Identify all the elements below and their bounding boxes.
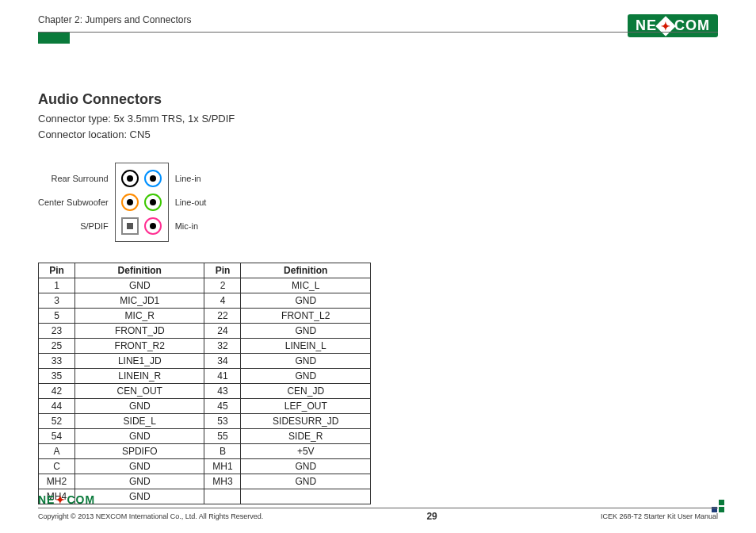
table-row: CGNDMH1GND bbox=[39, 459, 371, 474]
table-header-row: Pin Definition Pin Definition bbox=[39, 263, 371, 278]
definition-cell: +5V bbox=[241, 444, 371, 459]
copyright-text: Copyright © 2013 NEXCOM International Co… bbox=[38, 512, 263, 520]
jack-panel bbox=[115, 163, 169, 242]
pin-cell: B bbox=[204, 444, 241, 459]
header-green-tab bbox=[38, 33, 70, 44]
table-row: MH2GNDMH3GND bbox=[39, 474, 371, 489]
pin-cell: 3 bbox=[39, 293, 75, 309]
label-line-out: Line-out bbox=[175, 190, 207, 214]
definition-cell: GND bbox=[241, 293, 371, 309]
pin-cell: 4 bbox=[204, 293, 241, 309]
definition-cell: GND bbox=[241, 369, 371, 384]
definition-cell: LINEIN_R bbox=[74, 369, 204, 384]
definition-cell: GND bbox=[74, 278, 204, 293]
table-row: 33LINE1_JD34GND bbox=[39, 354, 371, 369]
pin-cell: 44 bbox=[39, 399, 75, 414]
definition-cell: MIC_JD1 bbox=[74, 293, 204, 309]
th-pin-2: Pin bbox=[204, 263, 241, 278]
footer-brand-logo: NE✦COM bbox=[38, 493, 95, 506]
definition-cell: LEF_OUT bbox=[241, 399, 371, 414]
connector-type: Connector type: 5x 3.5mm TRS, 1x S/PDIF bbox=[38, 111, 718, 127]
jack-center-sub-icon bbox=[121, 194, 139, 211]
page-footer: NE✦COM Copyright © 2013 NEXCOM Internati… bbox=[38, 493, 718, 522]
label-center-subwoofer: Center Subwoofer bbox=[38, 190, 109, 214]
pin-cell: 24 bbox=[204, 324, 241, 339]
pin-cell: 34 bbox=[204, 354, 241, 369]
definition-cell: LINEIN_L bbox=[241, 339, 371, 354]
pin-cell: 32 bbox=[204, 339, 241, 354]
pin-cell: 52 bbox=[39, 414, 75, 429]
jack-rear-surround-icon bbox=[121, 170, 139, 187]
definition-cell: GND bbox=[74, 459, 204, 474]
pin-cell: 23 bbox=[39, 324, 75, 339]
page-number: 29 bbox=[426, 511, 437, 522]
definition-cell: SIDE_L bbox=[74, 414, 204, 429]
definition-cell: SIDESURR_JD bbox=[241, 414, 371, 429]
pin-definition-table: Pin Definition Pin Definition 1GND2MIC_L… bbox=[38, 263, 371, 504]
table-row: 25FRONT_R232LINEIN_L bbox=[39, 339, 371, 354]
audio-jack-diagram: Rear Surround Center Subwoofer S/PDIF Li… bbox=[38, 163, 718, 242]
definition-cell: GND bbox=[241, 474, 371, 489]
definition-cell: CEN_OUT bbox=[74, 384, 204, 399]
jack-mic-in-icon bbox=[144, 217, 162, 235]
definition-cell: MIC_L bbox=[241, 278, 371, 293]
pin-cell: 43 bbox=[204, 384, 241, 399]
jack-spdif-icon bbox=[121, 217, 139, 235]
pin-cell: 45 bbox=[204, 399, 241, 414]
label-spdif: S/PDIF bbox=[80, 214, 108, 238]
footer-rule bbox=[38, 508, 718, 508]
pin-cell: MH2 bbox=[39, 474, 75, 489]
definition-cell: GND bbox=[241, 459, 371, 474]
pin-cell: 22 bbox=[204, 309, 241, 324]
definition-cell: LINE1_JD bbox=[74, 354, 204, 369]
table-row: 52SIDE_L53SIDESURR_JD bbox=[39, 414, 371, 429]
table-row: ASPDIFOB+5V bbox=[39, 444, 371, 459]
pin-cell: C bbox=[39, 459, 75, 474]
table-row: 5MIC_R22FRONT_L2 bbox=[39, 309, 371, 324]
pin-cell: 35 bbox=[39, 369, 75, 384]
definition-cell: GND bbox=[241, 324, 371, 339]
pin-cell: 54 bbox=[39, 429, 75, 444]
chapter-title: Chapter 2: Jumpers and Connectors bbox=[38, 14, 191, 29]
definition-cell: SIDE_R bbox=[241, 429, 371, 444]
pin-cell: 2 bbox=[204, 278, 241, 293]
pin-cell: 33 bbox=[39, 354, 75, 369]
pin-cell: MH3 bbox=[204, 474, 241, 489]
table-row: 35LINEIN_R41GND bbox=[39, 369, 371, 384]
pin-cell: 5 bbox=[39, 309, 75, 324]
definition-cell: FRONT_L2 bbox=[241, 309, 371, 324]
pin-cell: MH1 bbox=[204, 459, 241, 474]
definition-cell: GND bbox=[74, 474, 204, 489]
definition-cell: GND bbox=[74, 399, 204, 414]
connector-location: Connector location: CN5 bbox=[38, 127, 718, 143]
table-row: 42CEN_OUT43CEN_JD bbox=[39, 384, 371, 399]
definition-cell: GND bbox=[241, 354, 371, 369]
label-line-in: Line-in bbox=[175, 167, 201, 190]
table-row: 23FRONT_JD24GND bbox=[39, 324, 371, 339]
header-rule bbox=[38, 32, 718, 33]
section-title: Audio Connectors bbox=[38, 91, 718, 108]
th-pin-1: Pin bbox=[39, 263, 75, 278]
definition-cell: SPDIFO bbox=[74, 444, 204, 459]
definition-cell: GND bbox=[74, 429, 204, 444]
pin-cell: 53 bbox=[204, 414, 241, 429]
definition-cell: FRONT_JD bbox=[74, 324, 204, 339]
table-row: 3MIC_JD14GND bbox=[39, 293, 371, 309]
label-rear-surround: Rear Surround bbox=[52, 167, 109, 190]
page-content: Audio Connectors Connector type: 5x 3.5m… bbox=[0, 37, 756, 504]
jack-labels-right: Line-in Line-out Mic-in bbox=[175, 167, 207, 238]
definition-cell: MIC_R bbox=[74, 309, 204, 324]
table-row: 1GND2MIC_L bbox=[39, 278, 371, 293]
pin-cell: 1 bbox=[39, 278, 75, 293]
th-def-2: Definition bbox=[241, 263, 371, 278]
table-row: 54GND55SIDE_R bbox=[39, 429, 371, 444]
pin-cell: 41 bbox=[204, 369, 241, 384]
jack-line-out-icon bbox=[144, 194, 162, 211]
th-def-1: Definition bbox=[74, 263, 204, 278]
pin-cell: 55 bbox=[204, 429, 241, 444]
label-mic-in: Mic-in bbox=[175, 214, 198, 238]
definition-cell: FRONT_R2 bbox=[74, 339, 204, 354]
pin-cell: 25 bbox=[39, 339, 75, 354]
jack-labels-left: Rear Surround Center Subwoofer S/PDIF bbox=[38, 167, 109, 238]
definition-cell: CEN_JD bbox=[241, 384, 371, 399]
